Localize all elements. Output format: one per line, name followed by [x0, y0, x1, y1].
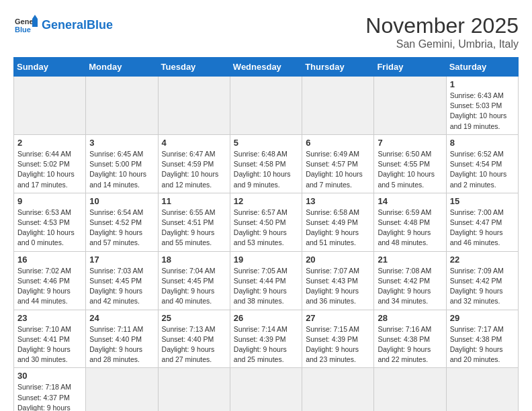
day-number: 24	[89, 313, 154, 323]
calendar-cell: 24Sunrise: 7:11 AM Sunset: 4:40 PM Dayli…	[86, 310, 158, 368]
calendar-cell: 8Sunrise: 6:52 AM Sunset: 4:54 PM Daylig…	[446, 134, 518, 193]
day-info: Sunrise: 6:55 AM Sunset: 4:51 PM Dayligh…	[162, 208, 226, 248]
day-number: 25	[162, 313, 226, 323]
day-info: Sunrise: 7:10 AM Sunset: 4:41 PM Dayligh…	[17, 324, 82, 365]
location-title: San Gemini, Umbria, Italy	[365, 38, 519, 50]
day-info: Sunrise: 7:08 AM Sunset: 4:42 PM Dayligh…	[378, 266, 442, 307]
day-info: Sunrise: 6:49 AM Sunset: 4:57 PM Dayligh…	[306, 149, 370, 190]
day-info: Sunrise: 6:58 AM Sunset: 4:49 PM Dayligh…	[306, 208, 370, 248]
day-info: Sunrise: 7:00 AM Sunset: 4:47 PM Dayligh…	[450, 208, 515, 248]
weekday-header-tuesday: Tuesday	[158, 58, 230, 77]
day-number: 2	[17, 138, 82, 148]
calendar-cell: 1Sunrise: 6:43 AM Sunset: 5:03 PM Daylig…	[446, 77, 518, 135]
calendar-cell: 26Sunrise: 7:14 AM Sunset: 4:39 PM Dayli…	[230, 310, 302, 368]
calendar-cell: 2Sunrise: 6:44 AM Sunset: 5:02 PM Daylig…	[14, 134, 86, 193]
logo-text: GeneralBlue	[42, 18, 113, 33]
calendar-week-row: 2Sunrise: 6:44 AM Sunset: 5:02 PM Daylig…	[14, 134, 519, 193]
day-info: Sunrise: 7:14 AM Sunset: 4:39 PM Dayligh…	[234, 324, 298, 365]
logo: General Blue GeneralBlue	[13, 13, 113, 38]
day-info: Sunrise: 6:57 AM Sunset: 4:50 PM Dayligh…	[234, 208, 298, 248]
calendar-cell: 23Sunrise: 7:10 AM Sunset: 4:41 PM Dayli…	[14, 310, 86, 368]
weekday-header-wednesday: Wednesday	[230, 58, 302, 77]
day-number: 30	[17, 371, 82, 381]
day-number: 14	[378, 196, 442, 206]
day-info: Sunrise: 7:13 AM Sunset: 4:40 PM Dayligh…	[162, 324, 226, 365]
calendar-cell: 20Sunrise: 7:07 AM Sunset: 4:43 PM Dayli…	[302, 251, 374, 310]
day-info: Sunrise: 7:18 AM Sunset: 4:37 PM Dayligh…	[17, 382, 82, 411]
calendar-cell: 22Sunrise: 7:09 AM Sunset: 4:42 PM Dayli…	[446, 251, 518, 310]
calendar-cell	[14, 77, 86, 135]
calendar-cell	[86, 77, 158, 135]
day-number: 4	[162, 138, 226, 148]
calendar-cell: 12Sunrise: 6:57 AM Sunset: 4:50 PM Dayli…	[230, 193, 302, 251]
logo-general: General	[42, 18, 87, 32]
calendar-cell: 27Sunrise: 7:15 AM Sunset: 4:39 PM Dayli…	[302, 310, 374, 368]
day-info: Sunrise: 6:53 AM Sunset: 4:53 PM Dayligh…	[17, 208, 82, 248]
day-number: 17	[89, 255, 154, 265]
day-info: Sunrise: 7:07 AM Sunset: 4:43 PM Dayligh…	[306, 266, 370, 307]
day-number: 19	[234, 255, 298, 265]
page-header: General Blue GeneralBlue November 2025 S…	[13, 13, 519, 50]
weekday-header-sunday: Sunday	[14, 58, 86, 77]
weekday-header-monday: Monday	[86, 58, 158, 77]
day-number: 26	[234, 313, 298, 323]
calendar-cell: 3Sunrise: 6:45 AM Sunset: 5:00 PM Daylig…	[86, 134, 158, 193]
day-number: 3	[89, 138, 154, 148]
day-number: 21	[378, 255, 442, 265]
day-number: 11	[162, 196, 226, 206]
calendar-cell: 21Sunrise: 7:08 AM Sunset: 4:42 PM Dayli…	[374, 251, 446, 310]
calendar-cell: 17Sunrise: 7:03 AM Sunset: 4:45 PM Dayli…	[86, 251, 158, 310]
calendar-cell: 25Sunrise: 7:13 AM Sunset: 4:40 PM Dayli…	[158, 310, 230, 368]
calendar-cell: 6Sunrise: 6:49 AM Sunset: 4:57 PM Daylig…	[302, 134, 374, 193]
calendar-cell: 15Sunrise: 7:00 AM Sunset: 4:47 PM Dayli…	[446, 193, 518, 251]
title-block: November 2025 San Gemini, Umbria, Italy	[365, 13, 519, 50]
day-number: 9	[17, 196, 82, 206]
day-info: Sunrise: 6:54 AM Sunset: 4:52 PM Dayligh…	[89, 208, 154, 248]
calendar-cell	[86, 368, 158, 411]
day-number: 18	[162, 255, 226, 265]
day-number: 28	[378, 313, 442, 323]
calendar-cell	[374, 368, 446, 411]
calendar-cell	[302, 368, 374, 411]
day-info: Sunrise: 7:16 AM Sunset: 4:38 PM Dayligh…	[378, 324, 442, 365]
calendar-cell: 28Sunrise: 7:16 AM Sunset: 4:38 PM Dayli…	[374, 310, 446, 368]
day-info: Sunrise: 7:04 AM Sunset: 4:45 PM Dayligh…	[162, 266, 226, 307]
calendar-cell: 30Sunrise: 7:18 AM Sunset: 4:37 PM Dayli…	[14, 368, 86, 411]
day-info: Sunrise: 6:43 AM Sunset: 5:03 PM Dayligh…	[450, 91, 515, 132]
calendar-cell: 19Sunrise: 7:05 AM Sunset: 4:44 PM Dayli…	[230, 251, 302, 310]
calendar-week-row: 16Sunrise: 7:02 AM Sunset: 4:46 PM Dayli…	[14, 251, 519, 310]
day-info: Sunrise: 7:02 AM Sunset: 4:46 PM Dayligh…	[17, 266, 82, 307]
logo-icon: General Blue	[13, 13, 38, 38]
day-number: 5	[234, 138, 298, 148]
calendar-week-row: 9Sunrise: 6:53 AM Sunset: 4:53 PM Daylig…	[14, 193, 519, 251]
calendar-table: SundayMondayTuesdayWednesdayThursdayFrid…	[13, 57, 519, 411]
day-number: 12	[234, 196, 298, 206]
calendar-week-row: 30Sunrise: 7:18 AM Sunset: 4:37 PM Dayli…	[14, 368, 519, 411]
calendar-cell: 29Sunrise: 7:17 AM Sunset: 4:38 PM Dayli…	[446, 310, 518, 368]
calendar-cell	[230, 77, 302, 135]
calendar-cell	[374, 77, 446, 135]
day-number: 29	[450, 313, 515, 323]
day-info: Sunrise: 7:17 AM Sunset: 4:38 PM Dayligh…	[450, 324, 515, 365]
calendar-cell	[158, 368, 230, 411]
calendar-cell: 13Sunrise: 6:58 AM Sunset: 4:49 PM Dayli…	[302, 193, 374, 251]
day-number: 15	[450, 196, 515, 206]
day-number: 1	[450, 79, 515, 89]
day-info: Sunrise: 7:05 AM Sunset: 4:44 PM Dayligh…	[234, 266, 298, 307]
day-info: Sunrise: 6:59 AM Sunset: 4:48 PM Dayligh…	[378, 208, 442, 248]
calendar-cell: 9Sunrise: 6:53 AM Sunset: 4:53 PM Daylig…	[14, 193, 86, 251]
weekday-header-row: SundayMondayTuesdayWednesdayThursdayFrid…	[14, 58, 519, 77]
day-number: 8	[450, 138, 515, 148]
weekday-header-saturday: Saturday	[446, 58, 518, 77]
day-number: 23	[17, 313, 82, 323]
month-title: November 2025	[365, 13, 519, 38]
calendar-cell: 11Sunrise: 6:55 AM Sunset: 4:51 PM Dayli…	[158, 193, 230, 251]
day-number: 7	[378, 138, 442, 148]
calendar-week-row: 1Sunrise: 6:43 AM Sunset: 5:03 PM Daylig…	[14, 77, 519, 135]
calendar-cell	[230, 368, 302, 411]
calendar-cell: 14Sunrise: 6:59 AM Sunset: 4:48 PM Dayli…	[374, 193, 446, 251]
day-info: Sunrise: 6:50 AM Sunset: 4:55 PM Dayligh…	[378, 149, 442, 190]
day-number: 27	[306, 313, 370, 323]
day-number: 16	[17, 255, 82, 265]
day-info: Sunrise: 7:09 AM Sunset: 4:42 PM Dayligh…	[450, 266, 515, 307]
